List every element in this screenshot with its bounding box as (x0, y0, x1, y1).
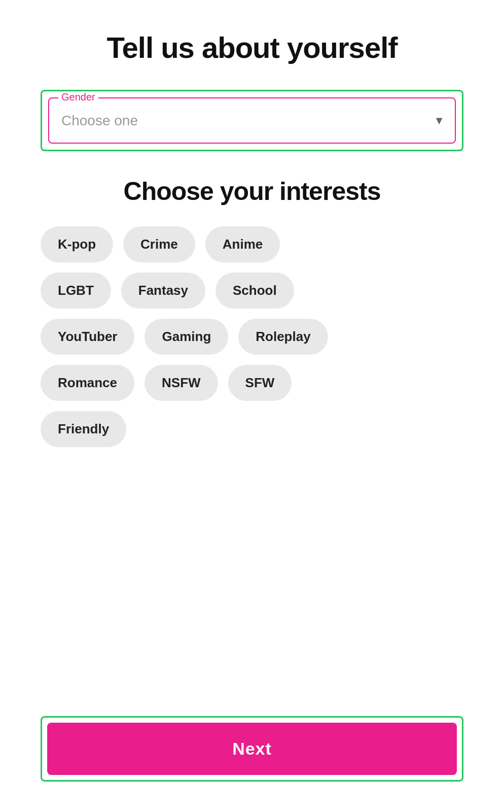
chip-fantasy[interactable]: Fantasy (121, 273, 205, 309)
chip-lgbt[interactable]: LGBT (41, 273, 111, 309)
chip-romance[interactable]: Romance (41, 365, 134, 401)
gender-outer-border: Gender Choose one Male Female Non-binary… (41, 90, 463, 151)
page-title: Tell us about yourself (106, 30, 397, 64)
interests-row-2: LGBT Fantasy School (41, 273, 463, 309)
interests-row-5: Friendly (41, 411, 463, 447)
chip-nsfw[interactable]: NSFW (145, 365, 218, 401)
next-button-outer-border: Next (41, 716, 463, 782)
chip-friendly[interactable]: Friendly (41, 411, 126, 447)
chip-gaming[interactable]: Gaming (145, 319, 228, 355)
chip-roleplay[interactable]: Roleplay (238, 319, 328, 355)
interests-container: K-pop Crime Anime LGBT Fantasy School Yo… (41, 226, 463, 447)
gender-label: Gender (58, 91, 98, 103)
interests-title: Choose your interests (124, 177, 381, 206)
interests-row-3: YouTuber Gaming Roleplay (41, 319, 463, 355)
chip-kpop[interactable]: K-pop (41, 226, 113, 262)
chip-anime[interactable]: Anime (205, 226, 280, 262)
gender-select-wrapper: Gender Choose one Male Female Non-binary… (48, 97, 456, 144)
chip-youtuber[interactable]: YouTuber (41, 319, 134, 355)
interests-row-4: Romance NSFW SFW (41, 365, 463, 401)
chip-sfw[interactable]: SFW (228, 365, 292, 401)
next-button[interactable]: Next (47, 723, 457, 775)
chip-crime[interactable]: Crime (123, 226, 195, 262)
chip-school[interactable]: School (215, 273, 294, 309)
gender-select[interactable]: Choose one Male Female Non-binary Prefer… (61, 108, 443, 133)
interests-row-1: K-pop Crime Anime (41, 226, 463, 262)
